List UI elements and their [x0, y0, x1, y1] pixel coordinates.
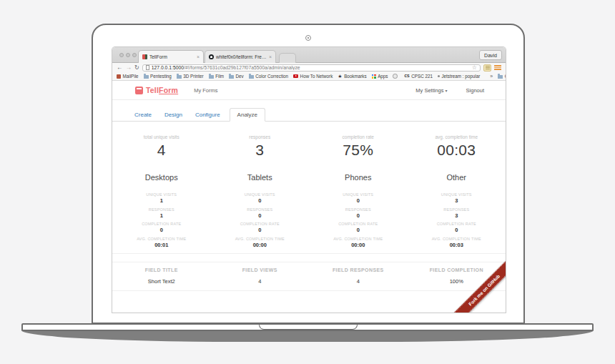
stat-responses: responses 3 — [211, 134, 310, 159]
device-stats-phones: UNIQUE VISITS0 RESPONSES0 COMPLETION RAT… — [309, 192, 408, 248]
bookmarks-overflow-chevron-icon[interactable]: » — [490, 74, 493, 79]
folder-icon — [209, 75, 214, 79]
form-admin-tabs: Create Design Configure Analyze — [112, 108, 506, 122]
stat-avg-completion-time: avg. completion time 00:03 — [408, 134, 506, 159]
device-stats-other: UNIQUE VISITS3 RESPONSES3 COMPLETION RAT… — [408, 192, 506, 248]
bookmark-folder-film[interactable]: Film — [209, 74, 224, 79]
bookmarks-bar: MailPile Pentesting 3D Printer Film Dev … — [112, 72, 506, 81]
tab-analyze-active[interactable]: Analyze — [230, 108, 265, 122]
tellform-favicon-icon — [142, 54, 147, 59]
folder-icon — [177, 75, 182, 79]
browser-toolbar: ← → ↻ 127.0.0.1:5000/#!/forms/57631c0ad2… — [112, 63, 506, 72]
youtube-icon — [293, 74, 298, 79]
tellform-logo[interactable]: TellForm — [135, 86, 178, 94]
mail-icon — [117, 74, 121, 79]
tab-configure[interactable]: Configure — [189, 109, 227, 121]
stat-total-unique-visits: total unique visits 4 — [112, 134, 211, 159]
laptop-base-shadow — [21, 330, 594, 342]
bookmark-apps[interactable]: Apps — [372, 74, 388, 79]
my-settings-dropdown[interactable]: My Settings▾ — [415, 87, 447, 94]
device-stats-row: UNIQUE VISITS1 RESPONSES1 COMPLETION RAT… — [112, 192, 506, 254]
cs-logo-icon: CS — [404, 74, 409, 79]
device-stats-tablets: UNIQUE VISITS0 RESPONSES0 COMPLETION RAT… — [211, 192, 310, 248]
url-host: 127.0.0.1:5000 — [152, 65, 184, 70]
bookmark-folder-dev[interactable]: Dev — [229, 74, 244, 79]
chrome-profile-button[interactable]: David — [479, 50, 502, 60]
app-header: TellForm My Forms My Settings▾ Signout — [112, 81, 506, 100]
bookmark-mailpile[interactable]: MailPile — [117, 74, 139, 79]
field-views-cell: 4 — [211, 278, 310, 285]
stat-completion-rate: completion rate 75% — [309, 134, 408, 159]
field-title-cell: Short Text2 — [112, 278, 211, 285]
tab-close-icon[interactable]: × — [197, 54, 200, 59]
folder-icon — [249, 75, 254, 79]
bookmark-jetstream[interactable]: Jetstream : popular — [438, 74, 480, 79]
window-zoom-button[interactable] — [132, 53, 137, 57]
tab-close-icon[interactable]: × — [269, 54, 272, 59]
bookmark-cpsc-221[interactable]: CSCPSC 221 — [404, 74, 432, 79]
page-icon — [146, 65, 149, 70]
webcam-icon — [305, 35, 311, 41]
browser-tab-strip: TellForm × whitef0x0/tellform: Free O × … — [112, 47, 506, 63]
url-path: /#!/forms/57631c0ad29b127f07a5500a/admin… — [184, 65, 300, 70]
bookmark-folder-color-correction[interactable]: Color Correction — [249, 74, 288, 79]
tab-create[interactable]: Create — [134, 109, 158, 121]
folder-icon — [498, 75, 503, 79]
tellform-logo-icon — [135, 87, 143, 94]
browser-tab-tellform[interactable]: TellForm × — [138, 50, 204, 63]
window-minimize-button[interactable] — [126, 53, 130, 57]
tab-title: whitef0x0/tellform: Free O — [216, 54, 267, 59]
bookmark-folder-3d-printer[interactable]: 3D Printer — [177, 74, 204, 79]
tab-title: TellForm — [149, 54, 195, 59]
device-stats-desktops: UNIQUE VISITS1 RESPONSES1 COMPLETION RAT… — [112, 192, 211, 248]
device-desktops: Desktops — [112, 173, 211, 182]
laptop-latch-notch — [259, 325, 358, 330]
tellform-app: TellForm My Forms My Settings▾ Signout C… — [112, 81, 506, 313]
tellform-logo-text: TellForm — [146, 86, 178, 94]
tab-design[interactable]: Design — [158, 109, 189, 121]
device-tablets: Tablets — [211, 173, 310, 182]
other-bookmarks-folder[interactable]: Other Bookmarks — [498, 74, 506, 79]
back-button[interactable]: ← — [117, 64, 123, 71]
device-other: Other — [408, 173, 506, 182]
folder-icon — [229, 75, 234, 79]
site-favicon-icon — [438, 75, 440, 77]
folder-icon — [144, 75, 149, 79]
chrome-menu-icon[interactable] — [494, 64, 501, 71]
bookmark-bookmarks[interactable]: ★Bookmarks — [338, 74, 366, 79]
globe-icon — [393, 74, 398, 79]
bookmark-folder-pentesting[interactable]: Pentesting — [144, 74, 172, 79]
new-tab-button[interactable] — [279, 53, 296, 63]
github-octocat-icon — [209, 54, 214, 59]
fork-me-on-github-ribbon[interactable]: Fork me on GitHub — [450, 256, 506, 313]
signout-link[interactable]: Signout — [466, 87, 484, 94]
nav-my-forms[interactable]: My Forms — [194, 87, 217, 94]
bookmark-how-to-network[interactable]: How To Network — [293, 74, 333, 79]
summary-stats-row: total unique visits 4 responses 3 comple… — [112, 134, 506, 159]
browser-tab-github[interactable]: whitef0x0/tellform: Free O × — [205, 50, 276, 63]
reload-button[interactable]: ↻ — [134, 65, 139, 71]
browser-window: TellForm × whitef0x0/tellform: Free O × … — [112, 47, 506, 313]
device-names-row: Desktops Tablets Phones Other — [112, 173, 506, 182]
star-icon: ★ — [338, 74, 342, 79]
field-responses-cell: 4 — [309, 278, 408, 285]
extension-icon[interactable] — [483, 64, 491, 72]
bookmark-star-icon[interactable]: ☆ — [472, 65, 477, 71]
url-text: 127.0.0.1:5000/#!/forms/57631c0ad29b127f… — [152, 65, 300, 70]
bookmark-site[interactable] — [393, 74, 399, 79]
apps-grid-icon — [372, 74, 376, 79]
ribbon-corner: Fork me on GitHub — [440, 247, 506, 313]
device-phones: Phones — [309, 173, 408, 182]
window-close-button[interactable] — [119, 53, 124, 57]
address-bar-input[interactable]: 127.0.0.1:5000/#!/forms/57631c0ad29b127f… — [142, 64, 481, 72]
chevron-down-icon: ▾ — [446, 89, 448, 93]
forward-button[interactable]: → — [126, 64, 132, 71]
